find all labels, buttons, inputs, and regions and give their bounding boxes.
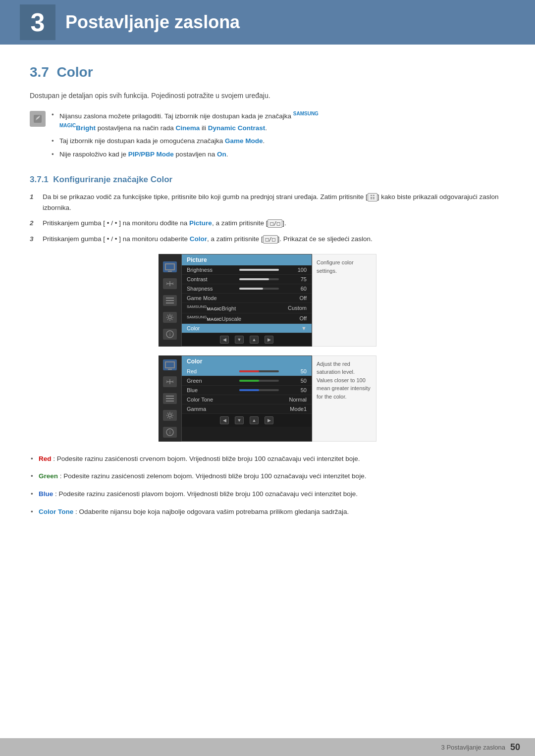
header-number: 3 xyxy=(31,7,45,37)
monitor-icon-info-2: i xyxy=(163,427,177,438)
monitor-menu-2: Color Red 50 Green 50 Blue xyxy=(181,355,312,442)
monitor-left-1: i xyxy=(159,254,181,346)
bottom-bullets: Red : Podesite razinu zasićenosti crveno… xyxy=(30,454,505,517)
menu-row-magicbright: SAMSUNGMAGICBright Custom xyxy=(182,303,312,313)
info-icon-2: i xyxy=(166,428,174,436)
arrows-icon-2 xyxy=(166,378,174,386)
page-footer: 3 Postavljanje zaslona 50 xyxy=(0,738,535,756)
svg-rect-9 xyxy=(166,401,174,402)
step-1-text: Da bi se prikazao vodič za funkcijske ti… xyxy=(43,192,505,213)
main-content: 3.7 Color Dostupan je detaljan opis svih… xyxy=(0,59,535,554)
menu-header-2: Color xyxy=(182,356,312,367)
bullet-green-label: Green xyxy=(39,472,58,480)
menu-nav-2: ◀ ▼ ▲ ▶ xyxy=(182,414,312,427)
monitor-right-1: Configure color settings. xyxy=(312,254,376,346)
monitor-icon-info: i xyxy=(163,329,177,340)
header-number-box: 3 xyxy=(20,4,55,40)
pencil-icon xyxy=(33,114,43,124)
display-icon xyxy=(165,263,175,270)
monitor-right-2: Adjust the red saturation level. Values … xyxy=(312,355,376,442)
nav-right[interactable]: ▶ xyxy=(265,336,273,344)
monitor-icon-settings xyxy=(163,278,177,289)
steps-list: 1 Da bi se prikazao vodič za funkcijske … xyxy=(30,192,505,244)
menu-row-red: Red 50 xyxy=(182,367,312,376)
monitor-icon-display xyxy=(163,261,177,272)
menu-row-colortone: Color Tone Normal xyxy=(182,395,312,404)
gear-icon-2 xyxy=(166,411,174,419)
intro-text: Dostupan je detaljan opis svih funkcija.… xyxy=(30,90,505,101)
arrows-icon xyxy=(166,280,174,288)
menu-header-1: Picture xyxy=(182,254,312,265)
svg-point-4 xyxy=(168,316,171,319)
section-heading: 3.7 Color xyxy=(30,64,505,80)
screenshot1-sidenote: Configure color settings. xyxy=(317,259,354,274)
svg-rect-7 xyxy=(166,396,174,397)
menu-row-gamma: Gamma Mode1 xyxy=(182,404,312,414)
menu-row-blue: Blue 50 xyxy=(182,386,312,395)
display-icon-2 xyxy=(165,361,175,368)
menu-row-sharpness: Sharpness 60 xyxy=(182,284,312,294)
footer-pagenum: 50 xyxy=(510,742,520,753)
monitor-icon-gear xyxy=(163,312,177,323)
monitor-menu-1: Picture Brightness 100 Contrast 75 xyxy=(181,254,312,346)
svg-text:i: i xyxy=(169,332,170,337)
svg-rect-2 xyxy=(166,300,174,301)
nav-right-2[interactable]: ▶ xyxy=(265,416,273,424)
screenshot-1: i Picture Brightness 100 Contrast xyxy=(159,254,376,346)
note-icon xyxy=(30,111,46,127)
note-bullet-3: Nije raspoloživo kad je PIP/PBP Mode pos… xyxy=(52,150,319,160)
bullet-blue-text: : Podesite razinu zasićenosti plavom boj… xyxy=(55,490,358,498)
nav-left-2[interactable]: ◀ xyxy=(220,416,229,424)
menu-row-gamemode: Game Mode Off xyxy=(182,294,312,303)
monitor-icon-display-2 xyxy=(163,359,177,370)
menu-row-brightness: Brightness 100 xyxy=(182,265,312,275)
menu-row-green: Green 50 xyxy=(182,376,312,386)
gear-icon xyxy=(166,313,174,321)
subsection-heading: 3.7.1 Konfiguriranje značajke Color xyxy=(30,175,505,185)
monitor-icon-gear-2 xyxy=(163,410,177,421)
menu-row-contrast: Contrast 75 xyxy=(182,275,312,284)
bullet-red-text: : Podesite razinu zasićenosti crvenom bo… xyxy=(53,455,360,462)
bullet-blue-label: Blue xyxy=(39,490,53,498)
step-num-2: 2 xyxy=(30,218,38,229)
screenshots-container: i Picture Brightness 100 Contrast xyxy=(30,254,505,441)
nav-left[interactable]: ◀ xyxy=(220,336,229,344)
bullet-blue: Blue : Podesite razinu zasićenosti plavo… xyxy=(30,489,505,500)
nav-up-2[interactable]: ▲ xyxy=(250,416,259,424)
step-num-1: 1 xyxy=(30,192,38,213)
list-icon xyxy=(166,298,174,303)
monitor-icon-list xyxy=(163,295,177,306)
step-2-text: Pritiskanjem gumba [ • / • ] na monitoru… xyxy=(43,218,286,229)
svg-point-10 xyxy=(168,414,171,417)
step-1: 1 Da bi se prikazao vodič za funkcijske … xyxy=(30,192,505,213)
step-3: 3 Pritiskanjem gumba [ • / • ] na monito… xyxy=(30,234,505,245)
screenshot2-sidenote: Adjust the red saturation level. Values … xyxy=(317,361,371,400)
bullet-green-text: : Podesite razinu zasićenosti zelenom bo… xyxy=(60,472,367,480)
nav-up[interactable]: ▲ xyxy=(250,336,259,344)
menu-row-magicupscale: SAMSUNGMAGICUpscale Off xyxy=(182,313,312,324)
svg-rect-1 xyxy=(166,298,174,299)
footer-text: 3 Postavljanje zaslona xyxy=(441,744,505,751)
step-2: 2 Pritiskanjem gumba [ • / • ] na monito… xyxy=(30,218,505,229)
bullet-red-label: Red xyxy=(39,455,52,462)
list-icon-2 xyxy=(166,396,174,402)
nav-down-2[interactable]: ▼ xyxy=(235,416,244,424)
monitor-icon-settings-2 xyxy=(163,376,177,387)
step-3-text: Pritiskanjem gumba [ • / • ] na monitoru… xyxy=(43,234,373,245)
step-num-3: 3 xyxy=(30,234,38,245)
info-icon: i xyxy=(166,330,174,338)
header-banner: 3 Postavljanje zaslona xyxy=(0,0,535,45)
menu-nav-1: ◀ ▼ ▲ ▶ xyxy=(182,333,312,346)
nav-down[interactable]: ▼ xyxy=(235,336,244,344)
note-bullet-2: Taj izbornik nije dostupan kada je omogu… xyxy=(52,136,319,147)
note-box: Nijansu zaslona možete prilagoditi. Taj … xyxy=(30,110,505,163)
svg-text:i: i xyxy=(169,430,170,435)
svg-rect-8 xyxy=(166,398,174,399)
header-title: Postavljanje zaslona xyxy=(65,12,240,33)
svg-rect-3 xyxy=(166,302,174,303)
note-bullets-list: Nijansu zaslona možete prilagoditi. Taj … xyxy=(52,110,319,163)
note-bullet-1: Nijansu zaslona možete prilagoditi. Taj … xyxy=(52,110,319,133)
bullet-green: Green : Podesite razinu zasićenosti zele… xyxy=(30,471,505,482)
monitor-icon-list-2 xyxy=(163,393,177,404)
bullet-colortone-label: Color Tone xyxy=(39,508,73,515)
